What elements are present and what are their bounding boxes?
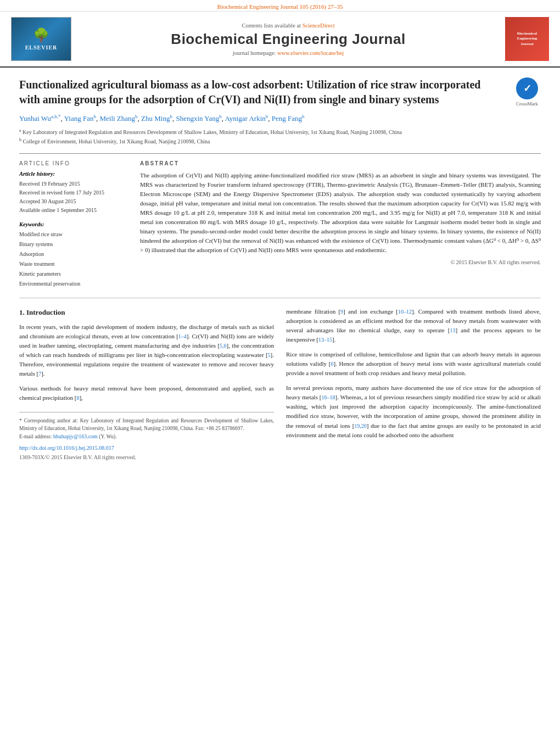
ref-8[interactable]: 8 [76, 395, 79, 401]
journal-center: Contents lists available at ScienceDirec… [71, 23, 505, 56]
affiliation-b: b College of Environment, Hohai Universi… [19, 137, 541, 146]
sciencedirect-label: Contents lists available at ScienceDirec… [71, 23, 505, 29]
content-divider [19, 298, 541, 298]
main-left-col: 1. Introduction In recent years, with th… [19, 307, 274, 461]
affiliation-a: a Key Laboratory of Integrated Regulatio… [19, 127, 541, 136]
ref-6[interactable]: 6 [331, 361, 333, 367]
affiliations: a Key Laboratory of Integrated Regulatio… [19, 127, 541, 146]
sciencedirect-link[interactable]: ScienceDirect [303, 23, 335, 29]
author-yang: Shengxin Yang [176, 114, 219, 122]
abstract-col: ABSTRACT The adsorption of Cr(VI) and Ni… [140, 160, 541, 289]
author-ming: Zhu Ming [141, 114, 170, 122]
keywords-heading: Keywords: [19, 221, 129, 227]
article-history-heading: Article history: [19, 171, 129, 177]
journal-top-bar: Biochemical Engineering Journal 105 (201… [0, 0, 560, 12]
journal-title: Biochemical Engineering Journal [71, 31, 505, 48]
footnote-section: * Corresponding author at: Key Laborator… [19, 412, 274, 462]
copyright: © 2015 Elsevier B.V. All rights reserved… [140, 259, 541, 265]
author-fan: Yiang Fan [64, 114, 94, 122]
intro-paragraph-2: Various methods for heavy metal removal … [19, 384, 274, 403]
doi-link[interactable]: http://dx.doi.org/10.1016/j.bej.2015.08.… [19, 444, 274, 452]
right-paragraph-3: In several previous reports, many author… [286, 383, 541, 439]
article-info-heading: ARTICLE INFO [19, 160, 129, 166]
article-body: Functionalized agricultural biomass as a… [0, 68, 560, 472]
keyword-3: Adsorption [19, 249, 129, 259]
revised-date: Received in revised form 17 July 2015 [19, 188, 129, 197]
article-title-section: Functionalized agricultural biomass as a… [19, 77, 541, 107]
homepage-link[interactable]: www.elsevier.com/locate/bej [277, 50, 344, 56]
ref-5[interactable]: 5 [268, 352, 271, 358]
abstract-text: The adsorption of Cr(VI) and Ni(II) appl… [140, 171, 541, 255]
elsevier-tree-icon: 🌳 [33, 27, 49, 43]
article-history: Article history: Received 19 February 20… [19, 171, 129, 215]
page-container: Biochemical Engineering Journal 105 (201… [0, 0, 560, 472]
journal-citation: Biochemical Engineering Journal 105 (201… [217, 3, 343, 10]
homepage-label: journal homepage: www.elsevier.com/locat… [71, 50, 505, 56]
email-suffix: (Y. Wu). [99, 434, 116, 439]
ref-5-6[interactable]: 5,6 [220, 343, 227, 349]
introduction-heading: 1. Introduction [19, 307, 274, 318]
author-fang: Peng Fang [272, 114, 302, 122]
ref-16-18[interactable]: 16–18 [322, 394, 335, 400]
keyword-2: Binary systems [19, 239, 129, 249]
crossmark-label: CrossMark [513, 101, 541, 107]
email-label: E-mail address: [19, 434, 52, 439]
footnote-email: E-mail address: hhuhapjy@163.com (Y. Wu)… [19, 432, 274, 440]
right-paragraph-1: membrane filtration [9] and ion exchange… [286, 307, 541, 344]
elsevier-logo: 🌳 ELSEVIER [11, 17, 71, 61]
main-right-col: membrane filtration [9] and ion exchange… [286, 307, 541, 461]
article-info-abstract: ARTICLE INFO Article history: Received 1… [19, 153, 541, 289]
received-date: Received 19 February 2015 [19, 180, 129, 188]
online-date: Available online 1 September 2015 [19, 206, 129, 215]
crossmark-widget[interactable]: ✓ CrossMark [513, 77, 541, 107]
bej-logo-text: BiochemicalEngineeringJournal [517, 31, 537, 46]
keyword-1: Modified rice straw [19, 230, 129, 239]
main-content: 1. Introduction In recent years, with th… [19, 307, 541, 461]
ref-7[interactable]: 7 [38, 371, 41, 377]
right-paragraph-2: Rice straw is comprised of cellulose, he… [286, 350, 541, 378]
keywords-section: Keywords: Modified rice straw Binary sys… [19, 221, 129, 289]
authors-line: Yunhai Wua,b,*, Yiang Fanb, Meili Zhangb… [19, 114, 541, 123]
ref-19-20[interactable]: 19,20 [354, 423, 367, 429]
footnote-corresponding: * Corresponding author at: Key Laborator… [19, 417, 274, 433]
accepted-date: Accepted 30 August 2015 [19, 197, 129, 206]
author-arkin: Aynigar Arkin [225, 114, 266, 122]
author-zhang: Meili Zhang [99, 114, 135, 122]
keyword-5: Kinetic parameters [19, 269, 129, 279]
section-title-text: Introduction [26, 308, 65, 316]
keyword-6: Environmental preservation [19, 279, 129, 289]
abstract-heading: ABSTRACT [140, 160, 541, 166]
article-info-col: ARTICLE INFO Article history: Received 1… [19, 160, 129, 289]
journal-header: 🌳 ELSEVIER Contents lists available at S… [0, 12, 560, 68]
keyword-4: Waste treatment [19, 259, 129, 269]
intro-paragraph-1: In recent years, with the rapid developm… [19, 322, 274, 378]
ref-1-4[interactable]: 1–4 [178, 333, 187, 339]
ref-13[interactable]: 13 [450, 327, 455, 333]
ref-13-15[interactable]: 13–15 [318, 337, 332, 343]
doi-url[interactable]: http://dx.doi.org/10.1016/j.bej.2015.08.… [19, 445, 114, 451]
ref-10-12[interactable]: 10–12 [398, 309, 412, 315]
elsevier-label: ELSEVIER [25, 44, 58, 51]
section-number: 1. [19, 308, 25, 316]
journal-logo-right: BiochemicalEngineeringJournal [505, 17, 549, 61]
issn-line: 1369-703X/© 2015 Elsevier B.V. All right… [19, 453, 274, 461]
crossmark-icon: ✓ [516, 77, 538, 99]
author-wu: Yunhai Wu [19, 114, 51, 122]
ref-9[interactable]: 9 [340, 309, 343, 315]
article-title: Functionalized agricultural biomass as a… [19, 77, 513, 107]
email-link[interactable]: hhuhapjy@163.com [53, 433, 98, 439]
